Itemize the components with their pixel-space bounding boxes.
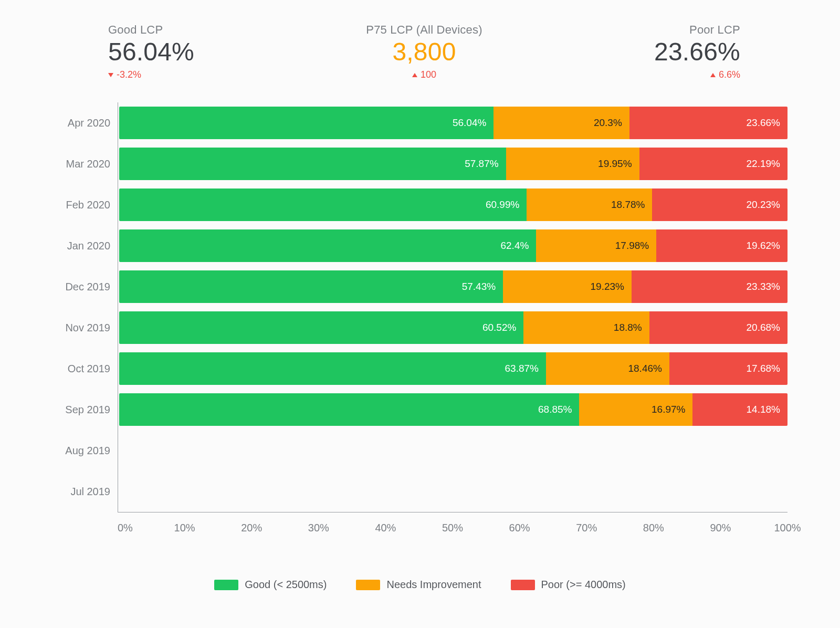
legend-swatch-good (214, 580, 238, 590)
y-axis-label: Sep 2019 (52, 389, 118, 430)
stacked-bar: 57.43%19.23%23.33% (119, 270, 788, 303)
kpi-good-label: Good LCP (108, 23, 163, 37)
bar-segment-good: 63.87% (119, 352, 546, 385)
bar-segment-ni: 19.23% (503, 270, 632, 303)
bar-segment-value: 20.68% (747, 322, 780, 333)
bar-row: 60.52%18.8%20.68% (118, 307, 788, 348)
x-axis: 0%10%20%30%40%50%60%70%80%90%100% (118, 512, 788, 542)
kpi-header: Good LCP 56.04% -3.2% P75 LCP (All Devic… (52, 23, 788, 96)
x-axis-tick: 40% (375, 522, 396, 534)
bar-row: 57.87%19.95%22.19% (118, 143, 788, 184)
bar-row: 68.85%16.97%14.18% (118, 389, 788, 430)
kpi-good: Good LCP 56.04% -3.2% (108, 23, 194, 80)
stacked-bar: 62.4%17.98%19.62% (119, 229, 788, 262)
legend-label-good: Good (< 2500ms) (245, 579, 327, 591)
legend-item-good: Good (< 2500ms) (214, 579, 327, 591)
bar-segment-value: 63.87% (505, 363, 539, 374)
bar-segment-value: 57.43% (462, 281, 496, 292)
bar-segment-ni: 19.95% (506, 148, 639, 180)
arrow-down-icon (108, 73, 113, 77)
y-axis-label: Jan 2020 (52, 225, 118, 266)
kpi-p75: P75 LCP (All Devices) 3,800 100 (366, 23, 482, 80)
stacked-bar: 60.52%18.8%20.68% (119, 311, 788, 344)
bar-segment-poor: 14.18% (692, 393, 788, 426)
y-axis-label: Oct 2019 (52, 348, 118, 389)
kpi-p75-delta-value: 100 (421, 69, 436, 80)
y-axis-label: Apr 2020 (52, 102, 118, 143)
bar-segment-good: 68.85% (119, 393, 579, 426)
legend-label-ni: Needs Improvement (386, 579, 481, 591)
bar-segment-good: 62.4% (119, 229, 536, 262)
bar-segment-value: 14.18% (747, 404, 780, 415)
legend-item-ni: Needs Improvement (356, 579, 481, 591)
y-axis-label: Feb 2020 (52, 184, 118, 225)
bars-container: 56.04%20.3%23.66%57.87%19.95%22.19%60.99… (118, 102, 788, 512)
y-axis-labels: Apr 2020Mar 2020Feb 2020Jan 2020Dec 2019… (52, 102, 118, 512)
arrow-up-icon (710, 73, 716, 77)
x-axis-tick: 90% (710, 522, 731, 534)
x-axis-tick: 70% (576, 522, 597, 534)
bar-segment-ni: 16.97% (579, 393, 692, 426)
bar-segment-value: 17.98% (615, 240, 649, 252)
bar-segment-value: 16.97% (652, 404, 685, 415)
x-axis-tick: 10% (174, 522, 195, 534)
y-axis-label: Nov 2019 (52, 307, 118, 348)
bar-row: 56.04%20.3%23.66% (118, 102, 788, 143)
bar-segment-value: 18.78% (611, 199, 645, 211)
bar-row (118, 430, 788, 471)
bar-segment-value: 20.23% (747, 199, 780, 211)
bar-segment-good: 57.43% (119, 270, 503, 303)
kpi-p75-delta: 100 (412, 69, 436, 80)
bar-segment-value: 60.52% (482, 322, 516, 333)
bar-segment-value: 57.87% (465, 158, 498, 170)
bar-segment-value: 62.4% (500, 240, 529, 252)
plot-area: Apr 2020Mar 2020Feb 2020Jan 2020Dec 2019… (52, 102, 788, 512)
bar-segment-poor: 22.19% (639, 148, 788, 180)
bar-row: 63.87%18.46%17.68% (118, 348, 788, 389)
bar-segment-value: 23.66% (747, 117, 780, 129)
bar-segment-poor: 20.68% (649, 311, 788, 344)
bar-row: 62.4%17.98%19.62% (118, 225, 788, 266)
x-axis-tick: 50% (442, 522, 463, 534)
kpi-poor-label: Poor LCP (689, 23, 740, 37)
stacked-bar: 57.87%19.95%22.19% (119, 148, 788, 180)
x-axis-tick: 60% (509, 522, 530, 534)
kpi-good-delta-value: -3.2% (117, 69, 141, 80)
bar-segment-value: 19.23% (591, 281, 624, 292)
bar-segment-value: 19.95% (598, 158, 632, 170)
legend-swatch-poor (511, 580, 535, 590)
lcp-distribution-chart: Apr 2020Mar 2020Feb 2020Jan 2020Dec 2019… (52, 102, 788, 591)
x-axis-tick: 30% (308, 522, 329, 534)
bar-segment-good: 56.04% (119, 107, 494, 139)
y-axis-label: Dec 2019 (52, 266, 118, 307)
bar-segment-value: 22.19% (747, 158, 780, 170)
stacked-bar: 68.85%16.97%14.18% (119, 393, 788, 426)
stacked-bar: 60.99%18.78%20.23% (119, 189, 788, 221)
bar-segment-good: 57.87% (119, 148, 506, 180)
kpi-p75-label: P75 LCP (All Devices) (366, 23, 482, 37)
kpi-poor-value: 23.66% (654, 39, 740, 65)
bar-segment-ni: 20.3% (494, 107, 629, 139)
y-axis-label: Jul 2019 (52, 471, 118, 512)
x-axis-tick: 0% (118, 522, 133, 534)
legend: Good (< 2500ms) Needs Improvement Poor (… (52, 579, 788, 591)
kpi-poor-delta-value: 6.6% (719, 69, 740, 80)
bar-segment-ni: 17.98% (536, 229, 656, 262)
bar-segment-poor: 19.62% (656, 229, 788, 262)
bar-segment-value: 20.3% (594, 117, 622, 129)
bar-segment-ni: 18.46% (546, 352, 669, 385)
kpi-good-delta: -3.2% (108, 69, 141, 80)
bar-segment-value: 56.04% (453, 117, 486, 129)
x-axis-ticks: 0%10%20%30%40%50%60%70%80%90%100% (118, 512, 788, 542)
bar-segment-value: 68.85% (538, 404, 572, 415)
bar-segment-good: 60.99% (119, 189, 527, 221)
kpi-p75-value: 3,800 (392, 39, 456, 65)
kpi-poor-delta: 6.6% (710, 69, 740, 80)
bar-segment-poor: 20.23% (652, 189, 788, 221)
stacked-bar: 56.04%20.3%23.66% (119, 107, 788, 139)
x-axis-tick: 100% (774, 522, 801, 534)
arrow-up-icon (412, 73, 417, 77)
stacked-bar: 63.87%18.46%17.68% (119, 352, 788, 385)
bar-row: 60.99%18.78%20.23% (118, 184, 788, 225)
bar-row (118, 471, 788, 512)
